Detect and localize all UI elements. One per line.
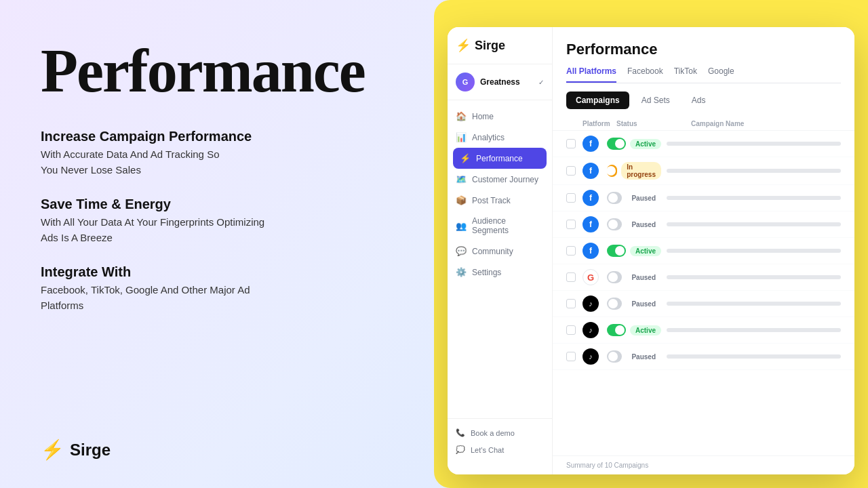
features-list: Increase Campaign Performance With Accur… (41, 129, 434, 425)
toggle-switch[interactable] (607, 350, 622, 363)
feature-3-desc: Facebook, TikTok, Google And Other Major… (41, 283, 434, 313)
toggle-container: Paused (607, 350, 661, 363)
table-row: f Paused (553, 211, 854, 238)
campaign-bar (667, 142, 841, 146)
campaign-bar (667, 302, 841, 306)
workspace-avatar: G (456, 73, 475, 92)
table-row: f In progress (553, 157, 854, 185)
toggle-switch[interactable] (607, 192, 622, 204)
feature-1: Increase Campaign Performance With Accur… (41, 129, 434, 178)
row-checkbox[interactable] (566, 352, 576, 361)
feature-2-title: Save Time & Energy (41, 197, 434, 212)
toggle-switch[interactable] (607, 324, 626, 336)
platform-icon-tiktok: ♪ (583, 296, 599, 312)
toggle-switch[interactable] (607, 138, 626, 150)
tab-tiktok[interactable]: TikTok (674, 66, 697, 83)
platform-icon-facebook: f (583, 136, 599, 152)
feature-1-title: Increase Campaign Performance (41, 129, 434, 144)
status-badge: Paused (626, 193, 661, 203)
status-badge: Paused (626, 352, 661, 362)
platform-tabs: All Platforms Facebook TikTok Google (566, 66, 841, 83)
feature-2: Save Time & Energy With All Your Data At… (41, 197, 434, 245)
table-row: ♪ Paused (553, 344, 854, 370)
table-row: f Active (553, 131, 854, 157)
right-panel: ⚡ Sirge G Greatness ✓ 🏠 Home 📊 Analytic (434, 0, 868, 488)
community-icon: 💬 (456, 246, 467, 256)
status-badge: Paused (626, 272, 661, 283)
campaign-bar (667, 222, 841, 226)
nav-item-community[interactable]: 💬 Community (448, 241, 552, 262)
nav-item-audience[interactable]: 👥 Audience Segments (448, 211, 552, 241)
row-checkbox[interactable] (566, 299, 576, 308)
toggle-container: Paused (607, 192, 661, 204)
toggle-container: Active (607, 138, 661, 150)
platform-icon-google: G (583, 269, 599, 285)
workspace-selector[interactable]: G Greatness ✓ (448, 64, 552, 100)
feature-2-desc: With All Your Data At Your Fingerprints … (41, 215, 434, 245)
tab-all-platforms[interactable]: All Platforms (566, 66, 616, 83)
platform-icon-facebook: f (583, 163, 599, 179)
nav-item-performance[interactable]: ⚡ Performance (453, 148, 547, 169)
summary-text: Summary of 10 Campaigns (566, 462, 648, 469)
audience-icon: 👥 (456, 221, 467, 231)
nav-item-settings[interactable]: ⚙️ Settings (448, 262, 552, 283)
table-row: f Active (553, 238, 854, 264)
app-window: ⚡ Sirge G Greatness ✓ 🏠 Home 📊 Analytic (448, 27, 854, 474)
lets-chat-button[interactable]: 💭 Let's Chat (456, 441, 544, 458)
nav-item-analytics[interactable]: 📊 Analytics (448, 127, 552, 148)
tab-campaigns[interactable]: Campaigns (566, 92, 629, 109)
settings-icon: ⚙️ (456, 267, 467, 277)
toggle-container: Active (607, 324, 661, 336)
toggle-container: Paused (607, 298, 661, 310)
row-checkbox[interactable] (566, 166, 576, 176)
feature-1-desc: With Accurate Data And Ad Tracking So Yo… (41, 147, 434, 178)
workspace-check-icon: ✓ (538, 79, 544, 86)
row-checkbox[interactable] (566, 246, 576, 256)
table-footer: Summary of 10 Campaigns (553, 455, 854, 474)
platform-icon-tiktok: ♪ (583, 348, 599, 365)
campaign-table: Platform Status Campaign Name f Active (553, 117, 854, 455)
status-badge: Active (630, 139, 661, 149)
performance-icon: ⚡ (460, 153, 471, 163)
row-checkbox[interactable] (566, 272, 576, 282)
lets-chat-label: Let's Chat (471, 446, 504, 454)
row-checkbox[interactable] (566, 325, 576, 335)
demo-icon: 📞 (456, 428, 465, 437)
status-badge: In progress (621, 162, 661, 180)
nav-label-posttrack: Post Track (472, 196, 511, 205)
nav-label-journey: Customer Journey (472, 175, 538, 184)
book-demo-button[interactable]: 📞 Book a demo (456, 424, 544, 441)
journey-icon: 🗺️ (456, 174, 467, 184)
row-checkbox[interactable] (566, 139, 576, 148)
platform-icon-facebook: f (583, 216, 599, 232)
posttrack-icon: 📦 (456, 195, 467, 205)
sidebar-footer: 📞 Book a demo 💭 Let's Chat (448, 418, 552, 464)
workspace-name: Greatness (480, 77, 533, 87)
toggle-switch[interactable] (607, 218, 622, 230)
table-header: Platform Status Campaign Name (553, 117, 854, 131)
tab-ads[interactable]: Ads (682, 92, 715, 109)
header-status: Status (616, 120, 691, 127)
chat-icon: 💭 (456, 445, 465, 454)
nav-item-home[interactable]: 🏠 Home (448, 106, 552, 127)
nav-item-customer-journey[interactable]: 🗺️ Customer Journey (448, 169, 552, 190)
tab-facebook[interactable]: Facebook (627, 66, 663, 83)
campaign-bar (667, 275, 841, 279)
toggle-switch[interactable] (607, 245, 626, 257)
toggle-switch[interactable] (607, 271, 622, 283)
tab-ad-sets[interactable]: Ad Sets (632, 92, 679, 109)
sidebar: ⚡ Sirge G Greatness ✓ 🏠 Home 📊 Analytic (448, 27, 553, 474)
header-campaign-name: Campaign Name (691, 120, 841, 127)
hero-title: Performance (41, 41, 434, 102)
row-checkbox[interactable] (566, 193, 576, 203)
tab-google[interactable]: Google (708, 66, 734, 83)
main-title: Performance (566, 41, 841, 58)
toggle-switch[interactable] (607, 298, 622, 310)
nav-item-post-track[interactable]: 📦 Post Track (448, 190, 552, 211)
platform-icon-facebook: f (583, 190, 599, 206)
status-badge: Paused (626, 220, 661, 230)
sidebar-header: ⚡ Sirge (448, 38, 552, 64)
main-header: Performance All Platforms Facebook TikTo… (553, 27, 854, 83)
toggle-switch[interactable] (607, 165, 617, 177)
row-checkbox[interactable] (566, 220, 576, 229)
